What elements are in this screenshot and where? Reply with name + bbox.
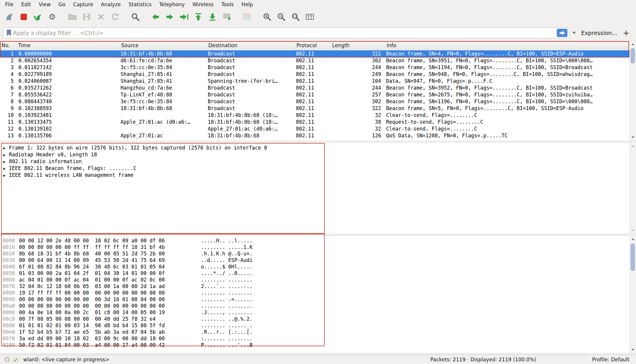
column-header-destination[interactable]: Destination (207, 41, 295, 50)
packet-list-scrollbar[interactable] (629, 41, 636, 141)
hex-row[interactable]: 00f03a ed dd 09 00 10 18 02 03 00 9c 00 … (0, 335, 629, 342)
packet-row[interactable]: 130.130135706Apple_27:01:ac18:31:bf:4b:8… (0, 132, 629, 139)
expression-button[interactable]: Expression… (581, 30, 617, 36)
menu-wireless[interactable]: Wireless (189, 0, 218, 9)
capture-stop-button[interactable] (17, 10, 31, 23)
cell-no: 6 (0, 85, 17, 91)
hex-row[interactable]: 005001 03 00 00 2a 01 04 2f 01 04 30 14 … (0, 270, 629, 276)
expander-icon[interactable] (2, 151, 7, 158)
pane-splitter-top[interactable]: ···· (0, 141, 636, 143)
expert-info-icon[interactable] (4, 357, 10, 363)
go-back-button[interactable] (148, 10, 163, 23)
zoom-out-button[interactable] (274, 10, 288, 23)
hex-row[interactable]: 0060ac 04 01 00 00 0f ac 04 01 00 00 0f … (0, 276, 629, 283)
menu-go[interactable]: Go (55, 0, 69, 9)
packet-row[interactable]: 50.024060087Shanghai_27:85:41Spanning-tr… (0, 78, 629, 85)
menu-edit[interactable]: Edit (17, 0, 35, 9)
scroll-up-icon[interactable] (630, 236, 636, 242)
detail-tree-row[interactable]: IEEE 802.11 wireless LAN management fram… (0, 172, 629, 179)
colorize-button[interactable] (240, 10, 254, 23)
detail-tree-row[interactable]: Frame 1: 322 bytes on wire (2576 bits), … (0, 144, 629, 151)
scroll-down-icon[interactable] (630, 135, 636, 140)
cell-protocol: 802.11 (295, 91, 331, 98)
hex-row[interactable]: 000000 00 12 00 2e 48 00 00 10 02 6c 09 … (0, 237, 629, 244)
packet-row[interactable]: 40.022799189Shanghai_27:85:41Broadcast80… (0, 71, 629, 78)
column-header-protocol[interactable]: Protocol (295, 41, 331, 50)
resize-columns-button[interactable] (303, 10, 317, 23)
hex-row[interactable]: 00b000 4a 0e 14 00 0a 00 2c 01 c8 00 14 … (0, 309, 629, 316)
packet-row[interactable]: 70.055536422Tp-LinkT_ef:48:88Broadcast80… (0, 91, 629, 98)
hex-row[interactable]: 007032 04 0c 12 18 60 0b 05 03 00 1a 00 … (0, 283, 629, 290)
filter-add-button[interactable]: + (623, 29, 629, 37)
cell-info: Beacon frame, SN=1196, FN=0, Flags=.....… (385, 98, 629, 105)
packet-row[interactable]: 90.10238859318:31:bf:4b:8b:68Broadcast80… (0, 105, 629, 112)
scrollbar-thumb[interactable] (631, 48, 635, 63)
filter-bookmark-icon[interactable] (6, 29, 12, 37)
profile-text[interactable]: Profile: Default (592, 357, 629, 363)
pane-splitter-bottom[interactable]: ···· (0, 234, 636, 236)
column-header-no[interactable]: No. (0, 41, 17, 50)
menu-statistics[interactable]: Statistics (125, 0, 156, 9)
packet-row[interactable]: 80.0804437403e:f5:cc:0e:35:84Broadcast80… (0, 98, 629, 105)
hex-row[interactable]: 003000 00 64 00 11 14 00 09 45 53 50 2d … (0, 257, 629, 263)
zoom-in-button[interactable] (260, 10, 274, 23)
expander-icon[interactable] (2, 144, 7, 152)
detail-tree-row[interactable]: IEEE 802.11 Beacon frame, Flags: .......… (0, 165, 629, 172)
packet-row[interactable]: 100.10392348118:31:bf:4b:8b:68 (18:…802.… (0, 112, 629, 119)
auto-scroll-button[interactable] (220, 10, 234, 23)
packet-row[interactable]: 110.130133475Apple_27:01:ac (d0:a6:…18:3… (0, 119, 629, 125)
menu-tools[interactable]: Tools (218, 0, 238, 9)
bytes-scrollbar[interactable] (629, 236, 636, 353)
zoom-original-button[interactable]: 1:1 (288, 10, 303, 23)
hex-row[interactable]: 00208b 68 18 31 bf 4b 8b 68 40 00 85 51 … (0, 250, 629, 257)
go-first-packet-button[interactable] (191, 10, 205, 23)
filter-dropdown-icon[interactable] (569, 31, 579, 34)
menu-file[interactable]: File (1, 0, 17, 9)
hex-row[interactable]: 010050 f2 02 01 01 84 00 03 a4 00 00 27 … (0, 342, 629, 348)
packet-row[interactable]: 120.130139102Apple_27:01:ac (d0:a6:…802.… (0, 125, 629, 132)
hex-row[interactable]: 001000 00 80 00 00 00 ff ff ff ff ff ff … (0, 244, 629, 250)
column-header-source[interactable]: Source (120, 41, 207, 50)
display-filter-input[interactable]: Apply a display filter ... <Ctrl-/> (3, 28, 569, 38)
column-header-length[interactable]: Length (331, 41, 385, 50)
menu-help[interactable]: Help (238, 0, 257, 9)
menu-analyze[interactable]: Analyze (97, 0, 125, 9)
hex-bytes: 01 03 00 00 2a 01 04 2f 01 04 30 14 01 0… (19, 270, 201, 276)
expander-icon[interactable] (2, 158, 7, 165)
packet-row[interactable]: 30.0118271423c:f5:cc:0e:35:84Broadcast80… (0, 64, 629, 71)
go-last-packet-button[interactable] (205, 10, 220, 23)
go-to-packet-button[interactable] (177, 10, 191, 23)
menu-capture[interactable]: Capture (69, 0, 97, 9)
filter-apply-button[interactable] (557, 29, 567, 37)
hex-row[interactable]: 00e01f 52 b4 b5 b7 72 ae e5 5b ab 3a ed … (0, 329, 629, 335)
packet-row-selected[interactable]: 10.00000000018:31:bf:4b:8b:68Broadcast80… (0, 50, 629, 57)
column-header-time[interactable]: Time (17, 41, 120, 50)
menu-view[interactable]: View (35, 0, 54, 9)
hex-ascii: .h.1.K.h @..Q-u+. (201, 250, 253, 257)
capture-comment-icon[interactable] (13, 357, 19, 363)
expander-icon[interactable] (2, 171, 7, 179)
scroll-up-icon[interactable] (630, 42, 636, 47)
hex-row[interactable]: 009000 00 00 00 00 00 00 00 00 3d 16 01 … (0, 296, 629, 303)
hex-row[interactable]: 00c000 7f 08 05 00 08 00 00 00 40 dd 25 … (0, 316, 629, 322)
hex-row[interactable]: 00a000 00 00 00 00 00 00 00 00 00 00 00 … (0, 303, 629, 309)
expander-icon[interactable] (2, 165, 7, 172)
column-header-info[interactable]: Info (385, 41, 629, 50)
detail-tree-row[interactable]: 802.11 radio information (0, 158, 629, 165)
detail-tree-row[interactable]: Radiotap Header v0, Length 18 (0, 151, 629, 158)
scrollbar-thumb[interactable] (631, 244, 635, 271)
scroll-down-icon[interactable] (630, 228, 636, 233)
packet-row[interactable]: 20.002654354d6:61:fe:cd:7a:6eBroadcast80… (0, 57, 629, 64)
scroll-up-icon[interactable] (630, 143, 636, 149)
details-scrollbar[interactable] (629, 143, 636, 234)
packet-row[interactable]: 60.035271262Hangzhou_cd:7a:6eBroadcast80… (0, 85, 629, 91)
menu-telephony[interactable]: Telephony (156, 0, 189, 9)
capture-options-button[interactable]: ⚙ (45, 10, 59, 23)
hex-row[interactable]: 008019 17 ff ff ff 00 00 00 00 00 00 00 … (0, 290, 629, 296)
capture-restart-button[interactable] (31, 10, 45, 23)
hex-row[interactable]: 00406f 01 08 82 84 8b 96 24 30 48 6c 03 … (0, 263, 629, 270)
hex-row[interactable]: 00d001 01 01 02 01 00 03 14 98 d8 bd b4 … (0, 322, 629, 329)
find-packet-button[interactable] (128, 10, 142, 23)
scroll-down-icon[interactable] (630, 347, 636, 352)
go-forward-button[interactable] (163, 10, 177, 23)
